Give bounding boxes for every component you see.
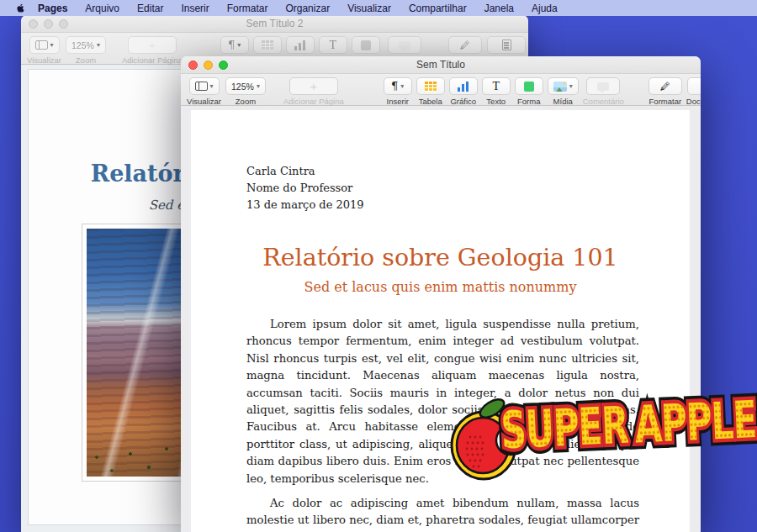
desktop: { "menu_bar": { "items": ["Pages","Arqui… [0,0,757,532]
menu-pages[interactable]: Pages [38,3,67,14]
window-title: Sem Título 2 [21,18,528,29]
add-page-button: + Adicionar Página [122,36,183,65]
chevron-down-icon: ▾ [97,42,100,49]
menu-editar[interactable]: Editar [137,3,163,14]
menu-visualizar[interactable]: Visualizar [347,3,391,14]
chart-button[interactable]: Gráfico [449,77,478,106]
paragraph-icon: ¶ [228,40,235,50]
logo-word-apple: APPLE APPLE APPLE [633,394,757,450]
menu-formatar[interactable]: Formatar [227,3,268,14]
back-titlebar[interactable]: Sem Título 2 [21,15,528,33]
shape-icon [361,40,371,50]
doc-header[interactable]: Carla Cintra Nome do Professor 13 de mar… [246,163,364,213]
plus-icon: + [310,80,317,92]
bar-chart-icon [294,40,306,50]
super-apple-text: SUPER SUPER SUPER APPLE APPLE APPLE [500,394,756,440]
doc-subtitle[interactable]: Sed et lacus quis enim mattis nonummy [191,279,690,295]
table-icon [262,40,273,50]
window-title: Sem Título [181,59,701,71]
view-pane-icon [35,40,48,50]
view-pane-icon [195,82,208,91]
doc-date: 13 de março de 2019 [246,197,364,213]
table-button[interactable]: Tabela [416,77,445,106]
plus-icon: + [148,39,156,51]
table-icon [425,82,437,92]
media-button[interactable]: ▾ Mídia [548,77,579,106]
text-icon: T [492,81,500,92]
format-button[interactable]: 🖉 Formatar [648,77,682,106]
chevron-down-icon: ▾ [50,42,54,49]
bar-chart-icon [458,82,469,92]
comment-icon [399,41,410,50]
chevron-down-icon: ▾ [257,83,260,90]
document-button[interactable]: Documento [686,77,701,106]
comment-icon [597,82,609,91]
chevron-down-icon: ▾ [569,83,573,90]
shape-button[interactable]: Forma [515,77,543,106]
paintbrush-icon: 🖉 [460,40,470,50]
menu-ajuda[interactable]: Ajuda [532,3,558,14]
view-button[interactable]: ▾ Visualizar [187,77,221,106]
insert-button[interactable]: ¶▾ Inserir [384,77,412,106]
doc-professor: Nome do Professor [246,180,364,197]
front-toolbar: ▾ Visualizar 125%▾ Zoom + Adicionar Pági… [181,74,701,106]
shape-icon [524,82,534,92]
view-button[interactable]: ▾ Visualizar [27,36,61,65]
menu-janela[interactable]: Janela [484,3,514,14]
chevron-down-icon: ▾ [400,83,404,90]
chevron-down-icon: ▾ [237,42,241,49]
super-apple-watermark: SUPER SUPER SUPER APPLE APPLE APPLE [448,393,757,492]
paintbrush-icon: 🖉 [660,82,670,92]
front-titlebar[interactable]: Sem Título [181,56,701,74]
menu-bar: Pages Arquivo Editar Inserir Formatar Or… [0,0,757,16]
menu-organizar[interactable]: Organizar [285,3,330,14]
doc-author: Carla Cintra [246,163,364,180]
text-button[interactable]: T Texto [482,77,511,106]
text-icon: T [329,40,336,51]
logo-word-super: SUPER SUPER SUPER [500,400,629,456]
menu-inserir[interactable]: Inserir [181,3,209,14]
chevron-down-icon: ▾ [210,83,214,90]
media-icon [553,82,567,92]
paragraph-icon: ¶ [391,81,398,92]
document-icon [502,40,511,50]
menu-compartilhar[interactable]: Compartilhar [409,3,467,14]
comment-button: Comentário [583,77,624,106]
doc-title[interactable]: Relatório sobre Geologia 101 [191,244,690,271]
zoom-button[interactable]: 125%▾ Zoom [225,77,266,106]
doc-paragraph: Ac dolor ac adipiscing amet bibendum nul… [246,495,639,532]
menu-arquivo[interactable]: Arquivo [85,3,119,14]
add-page-button: + Adicionar Página [283,77,344,106]
zoom-button[interactable]: 125%▾ Zoom [66,36,106,65]
apple-menu-icon[interactable] [15,3,26,13]
